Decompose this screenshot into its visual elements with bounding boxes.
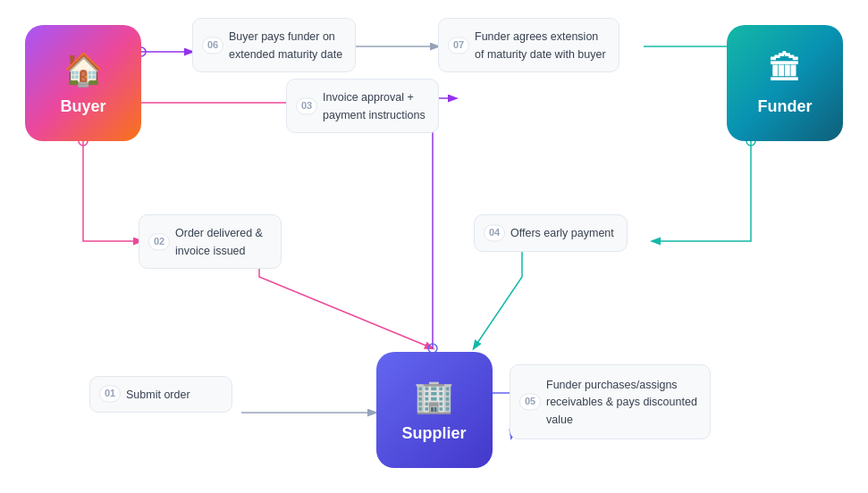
buyer-icon: 🏠	[63, 51, 104, 88]
step-07-box: 07 Funder agrees extensionof maturity da…	[438, 18, 619, 72]
step-01-box: 01 Submit order	[89, 376, 232, 414]
step-05-number: 05	[519, 393, 541, 410]
step-06-number: 06	[202, 37, 223, 54]
step-02-text: Order delivered &invoice issued	[175, 227, 263, 257]
step-01-text: Submit order	[126, 389, 190, 401]
step-03-text: Invoice approval +payment instructions	[323, 91, 426, 121]
step-04-number: 04	[484, 224, 505, 241]
actor-buyer: 🏠 Buyer	[25, 25, 141, 141]
diagram-container: 🏠 Buyer 🏛 Funder 🏢 Supplier 01 Submit or…	[0, 0, 868, 493]
actor-supplier: 🏢 Supplier	[376, 352, 493, 468]
funder-icon: 🏛	[769, 51, 801, 88]
step-07-text: Funder agrees extensionof maturity date …	[475, 30, 606, 61]
step-05-text: Funder purchases/assignsreceivables & pa…	[546, 379, 697, 426]
step-06-box: 06 Buyer pays funder onextended maturity…	[192, 18, 356, 72]
step-02-number: 02	[148, 233, 170, 250]
supplier-label: Supplier	[401, 424, 466, 443]
step-03-number: 03	[296, 97, 317, 114]
step-07-number: 07	[448, 37, 469, 54]
step-04-box: 04 Offers early payment	[474, 214, 628, 252]
step-05-box: 05 Funder purchases/assignsreceivables &…	[510, 364, 711, 440]
step-01-number: 01	[99, 386, 121, 403]
step-02-box: 02 Order delivered &invoice issued	[139, 214, 282, 269]
step-04-text: Offers early payment	[510, 227, 614, 239]
buyer-label: Buyer	[60, 97, 105, 116]
supplier-icon: 🏢	[414, 378, 454, 415]
actor-funder: 🏛 Funder	[727, 25, 843, 141]
funder-label: Funder	[758, 97, 813, 116]
step-06-text: Buyer pays funder onextended maturity da…	[229, 30, 342, 61]
step-03-box: 03 Invoice approval +payment instruction…	[286, 79, 439, 133]
